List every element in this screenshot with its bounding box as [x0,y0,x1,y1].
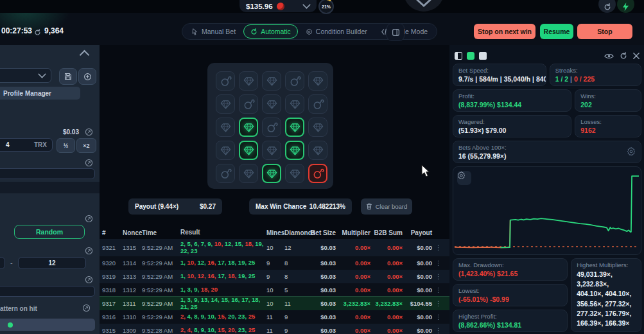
turbo-button[interactable] [617,0,634,13]
bomb-icon [220,168,232,180]
col-header-result: Result [180,229,266,236]
sidebar-status-bar[interactable] [0,319,95,331]
mine-cell-14-diamond[interactable] [285,118,304,137]
mine-cell-22-diamond[interactable] [239,164,258,183]
eye-icon[interactable] [604,53,614,60]
rounds-counter: 9,364 [44,26,64,35]
bet-speed-card: Bet Speed: 9.7/s | 584/m | 35,040/h | 84… [453,64,546,86]
bet-row-9320[interactable]: 932013149:52:29 AM1, 10, 12, 16, 17, 18,… [100,256,449,270]
mines-count: 10 [266,286,284,294]
clear-board-button[interactable]: Clear board [361,198,412,215]
nonce: 1309 [123,327,142,334]
auto-cycle-icon[interactable] [85,214,93,225]
mine-cell-17-diamond[interactable] [239,141,258,160]
mine-cell-12-diamond[interactable] [239,118,258,137]
mine-cell-19-diamond[interactable] [285,141,304,160]
max-win-chance-value: 10.482213% [309,203,345,210]
auto-cycle-icon[interactable] [85,127,93,139]
bet-row-9319[interactable]: 931913139:52:29 AM1, 10, 12, 16, 17, 18,… [100,270,449,283]
refresh-icon [604,3,611,11]
layout-split-icon[interactable] [455,52,462,60]
plus-circle-icon [83,73,92,81]
collapse-section-icon[interactable] [80,50,90,60]
mine-cell-18-diamond[interactable] [262,141,281,160]
mine-cell-21-bomb[interactable] [216,164,235,183]
diamond-icon [243,145,255,157]
pattern-input[interactable] [0,286,95,297]
range-min-input[interactable] [0,257,5,269]
bomb-icon [312,168,324,180]
session-timer: 00:27:53 [1,26,32,35]
mine-cell-9-diamond[interactable] [285,94,304,114]
nonce: 1311 [123,300,142,307]
result-tiles: 2, 4, 8, 9, 10, 15, 20, 23, 25 [180,313,266,321]
edge-percent-badge[interactable]: 21% [318,0,334,14]
diamonds-count: 11 [284,300,310,307]
bet-row-9315[interactable]: 931513099:52:28 AM2, 4, 8, 9, 10, 15, 20… [100,324,449,334]
mine-cell-2-diamond[interactable] [239,71,258,91]
mine-cell-24-diamond[interactable] [285,164,304,183]
profile-select[interactable] [0,68,51,83]
mine-cell-1-bomb[interactable] [216,71,235,91]
resume-button[interactable]: Resume [540,24,573,39]
auto-cycle-icon[interactable] [85,246,93,258]
layout-compact-icon[interactable] [467,52,474,60]
time: 9:52:29 AM [142,300,180,307]
game-area: Payout (9.44×) $0.27 Max Win Chance 10.4… [100,45,449,334]
gear-icon[interactable] [627,146,636,158]
mine-cell-7-bomb[interactable] [239,94,258,114]
mine-cell-25-bomb[interactable] [308,164,327,183]
add-profile-button[interactable] [78,68,96,85]
bets-above-value: 16 (55,279.99×) [458,152,507,160]
auto-cycle-icon[interactable] [85,275,93,286]
profit-chart-card [453,166,641,255]
mine-cell-3-diamond[interactable] [262,71,281,91]
collapse-header-button[interactable] [403,0,444,12]
layout-full-icon[interactable] [479,52,487,60]
bet-row-9318[interactable]: 931813129:52:29 AM1, 3, 9, 18, 20105$0.0… [100,283,449,297]
chart-settings-button[interactable] [457,171,471,185]
diamond-icon [266,168,278,180]
close-icon[interactable] [633,53,640,59]
payout: $104.55 [404,300,433,307]
rotation-icon [34,27,41,39]
save-profile-button[interactable] [59,68,77,85]
mine-cell-6-diamond[interactable] [216,94,235,114]
bet-row-9316[interactable]: 931613109:52:29 AM2, 4, 8, 9, 10, 15, 20… [100,310,449,324]
double-bet-button[interactable]: ×2 [76,138,96,153]
panel-layout-button[interactable] [387,23,405,41]
mine-cell-4-bomb[interactable] [285,71,304,91]
mine-cell-13-bomb[interactable] [262,118,281,137]
max-drawdown-card: Max. Drawdown: (1,423.40%) $21.65 [453,258,568,281]
auto-cycle-icon[interactable] [82,303,91,315]
random-button[interactable]: Random [14,225,85,239]
stop-on-next-win-button[interactable]: Stop on next win [474,24,535,39]
mine-cell-20-diamond[interactable] [308,141,327,160]
mine-cell-5-diamond[interactable] [308,71,327,91]
mine-cell-23-diamond[interactable] [262,164,281,183]
multiplier: 3,232.83× [337,300,372,307]
bet-amount-input[interactable]: 4 TRX [0,138,53,152]
secondary-input[interactable] [0,168,95,179]
range-max-input[interactable]: 12 [18,257,86,269]
refresh-button[interactable] [598,0,616,13]
wins-card: Wins: 202 [575,89,641,112]
bet-row-9317[interactable]: 931713119:52:29 AM1, 3, 9, 13, 14, 15, 1… [100,297,449,310]
bet-row-9321[interactable]: 932113159:52:29 AM2, 5, 6, 7, 9, 10, 12,… [100,239,449,256]
mine-cell-10-bomb[interactable] [308,94,327,114]
tab-manual-bet[interactable]: Manual Bet [185,25,242,38]
half-bet-button[interactable]: ½ [57,138,75,153]
wins-label: Wins: [580,92,636,100]
payout-label: Payout (9.44×) [135,203,178,210]
balance-dropdown[interactable]: $135.96 [239,0,317,12]
mine-cell-15-diamond[interactable] [308,118,327,137]
profile-manager-button[interactable]: Profile Manager [0,87,80,100]
mine-cell-11-diamond[interactable] [216,118,235,137]
tab-automatic[interactable]: Automatic [243,24,298,39]
tab-condition-builder[interactable]: Condition Builder [299,25,374,38]
multiplier: 0.00× [337,327,372,334]
stop-button[interactable]: Stop [577,24,632,39]
mine-cell-8-diamond[interactable] [262,94,281,114]
refresh-icon[interactable] [620,52,627,60]
mine-cell-16-diamond[interactable] [216,141,235,160]
